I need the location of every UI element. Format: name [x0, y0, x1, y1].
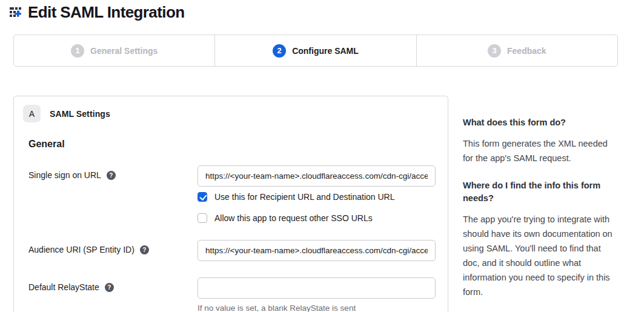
- default-relaystate-label: Default RelayState: [28, 282, 99, 292]
- step-number-badge: 3: [488, 44, 501, 58]
- relaystate-helper-text: If no value is set, a blank RelayState i…: [198, 304, 436, 312]
- wizard-stepper: 1 General Settings 2 Configure SAML 3 Fe…: [13, 35, 618, 67]
- field-row-audience-uri: Audience URI (SP Entity ID) ?: [28, 240, 433, 261]
- field-label-group: Audience URI (SP Entity ID) ?: [28, 240, 198, 254]
- recipient-url-checkbox-label: Use this for Recipient URL and Destinati…: [214, 192, 395, 202]
- checkbox-row-recipient-url: Use this for Recipient URL and Destinati…: [198, 192, 436, 202]
- section-badge: A: [23, 105, 41, 122]
- group-title-general: General: [28, 139, 433, 150]
- sidebar-paragraph-what: This form generates the XML needed for t…: [463, 136, 616, 165]
- other-sso-urls-checkbox[interactable]: [198, 213, 207, 223]
- help-icon[interactable]: ?: [107, 171, 116, 180]
- help-icon[interactable]: ?: [140, 245, 149, 254]
- step-number-badge: 2: [273, 44, 286, 58]
- field-control-group: [198, 240, 436, 261]
- checkbox-row-other-sso-urls: Allow this app to request other SSO URLs: [198, 213, 436, 223]
- help-icon[interactable]: ?: [105, 283, 114, 292]
- field-row-single-sign-on-url: Single sign on URL ? Use this for Recipi…: [28, 165, 433, 223]
- step-number-badge: 1: [71, 44, 84, 58]
- section-title: SAML Settings: [50, 109, 110, 119]
- field-control-group: Use this for Recipient URL and Destinati…: [198, 165, 436, 223]
- sidebar-heading-what: What does this form do?: [463, 116, 616, 129]
- field-control-group: If no value is set, a blank RelayState i…: [198, 277, 436, 312]
- help-sidebar: What does this form do? This form genera…: [463, 116, 616, 299]
- field-label-group: Single sign on URL ?: [28, 165, 198, 180]
- step-label: Feedback: [507, 46, 546, 56]
- step-feedback[interactable]: 3 Feedback: [416, 35, 617, 66]
- app-grid-plus-icon: [9, 4, 26, 22]
- section-header: A SAML Settings: [23, 105, 433, 122]
- step-configure-saml[interactable]: 2 Configure SAML: [214, 35, 416, 66]
- single-sign-on-url-label: Single sign on URL: [28, 170, 101, 180]
- page-header: Edit SAML Integration: [9, 3, 184, 22]
- default-relaystate-input[interactable]: [198, 277, 436, 299]
- other-sso-urls-checkbox-label: Allow this app to request other SSO URLs: [214, 213, 373, 223]
- field-row-default-relaystate: Default RelayState ? If no value is set,…: [28, 277, 433, 312]
- saml-settings-panel: A SAML Settings General Single sign on U…: [13, 96, 448, 312]
- sidebar-heading-where: Where do I find the info this form needs…: [463, 179, 616, 205]
- step-general-settings[interactable]: 1 General Settings: [14, 35, 214, 66]
- audience-uri-label: Audience URI (SP Entity ID): [28, 245, 134, 254]
- audience-uri-input[interactable]: [198, 240, 436, 261]
- sidebar-paragraph-where: The app you're trying to integrate with …: [463, 212, 616, 299]
- page: { "page": { "title": "Edit SAML Integrat…: [0, 0, 644, 312]
- single-sign-on-url-input[interactable]: [198, 165, 436, 187]
- step-label: General Settings: [90, 46, 158, 56]
- step-label: Configure SAML: [292, 46, 359, 56]
- recipient-url-checkbox[interactable]: [198, 192, 207, 202]
- page-title: Edit SAML Integration: [28, 3, 184, 22]
- field-label-group: Default RelayState ?: [28, 277, 198, 292]
